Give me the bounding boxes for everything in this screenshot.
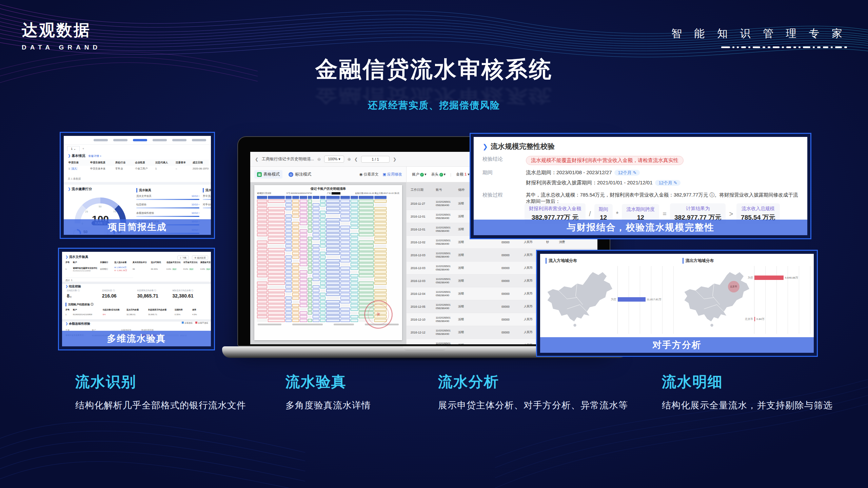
scan-cell bbox=[268, 259, 285, 262]
process-row: 校验过程 其中，流水总收入规模：785.54万元，财报利润表中营业收入金额：38… bbox=[482, 192, 801, 205]
scan-title: 借记卡账户历史明细清单 bbox=[254, 187, 402, 191]
scan-cell bbox=[340, 203, 350, 206]
check-item[interactable]: 流水文件验真10/10 › bbox=[136, 195, 199, 200]
view-original-button[interactable]: ◉ 仅看原文 bbox=[359, 172, 379, 177]
tab-subject-1[interactable]: 1 ⌄ bbox=[67, 146, 80, 151]
operator: > bbox=[729, 210, 733, 218]
check-item[interactable]: 余额连续性校验10/10 › bbox=[136, 211, 199, 217]
morse-dash bbox=[748, 46, 750, 48]
scan-cell bbox=[313, 256, 319, 259]
scan-cell bbox=[326, 215, 340, 218]
legend: 余额连续余额不连续 bbox=[179, 322, 208, 326]
scan-cell bbox=[300, 218, 307, 221]
scan-cell bbox=[374, 259, 387, 262]
scan-cell bbox=[285, 263, 292, 266]
scan-cell bbox=[326, 282, 340, 285]
scan-cell bbox=[313, 311, 319, 314]
apply-changes-button[interactable]: ▣ 应用修改 bbox=[383, 172, 402, 177]
scan-cell bbox=[268, 315, 285, 318]
zoom-level-select[interactable]: 100% ▾ bbox=[324, 156, 344, 163]
feature-title: 流水明细 bbox=[662, 372, 833, 392]
scan-cell bbox=[300, 304, 307, 307]
nav-item-placeholder[interactable] bbox=[192, 139, 206, 141]
scan-cell bbox=[351, 218, 358, 221]
period-row-1: 期间 流水总期间：2023/01/08 - 2023/12/2712个月 ✎ bbox=[482, 169, 801, 176]
amount-filter[interactable]: 金额 1 ▾ bbox=[456, 172, 470, 177]
row-label: 校验过程 bbox=[482, 192, 526, 198]
scan-annotated-row bbox=[257, 215, 399, 218]
nav-item-placeholder[interactable] bbox=[94, 139, 108, 141]
period-pill[interactable]: 12个月 ✎ bbox=[614, 170, 640, 176]
nav-item-placeholder[interactable] bbox=[113, 139, 127, 141]
annotate-mode-icon: ◎ bbox=[289, 172, 293, 177]
scan-cell bbox=[300, 222, 307, 225]
balance-continuity-title: ❯ 余额连续性校验 余额连续余额不连续 bbox=[65, 322, 208, 326]
view-detail-link[interactable]: 查看详情 » bbox=[88, 155, 101, 158]
scan-cell bbox=[320, 222, 326, 225]
scan-cell bbox=[320, 300, 326, 303]
cell-account: 1102026501056286490 bbox=[436, 226, 457, 232]
basic-info-row[interactable]: 1 法人 申贷主体本体 零售业 个体工商户 1 – 2020-06-15T0 bbox=[68, 166, 209, 172]
scan-cell bbox=[320, 308, 326, 311]
table-row[interactable]: 1 诸城市金光蔬菜专业合作社81060020142100858 农商银行 ⊕ 1… bbox=[65, 265, 209, 273]
scan-cell bbox=[340, 248, 350, 251]
scan-cell bbox=[313, 241, 319, 244]
basic-info-section-title: ❯ 基本情况 查看详情 » bbox=[68, 154, 101, 158]
account-filter[interactable]: 账户✓▾ bbox=[412, 172, 427, 177]
scan-cell bbox=[292, 274, 299, 277]
scan-cell bbox=[285, 211, 292, 214]
scan-cell bbox=[340, 274, 350, 277]
header-filter[interactable]: 表头✓▾ bbox=[431, 172, 446, 177]
footer-blur bbox=[258, 324, 281, 325]
scan-cell bbox=[359, 237, 374, 240]
period-pill[interactable]: 12个月 ✎ bbox=[655, 180, 680, 186]
cell: 个体工商户 bbox=[135, 167, 155, 170]
interest-check-title: ❯ 结息校验 bbox=[65, 284, 81, 289]
legend-swatch-red bbox=[195, 322, 197, 324]
scan-cell bbox=[351, 289, 358, 292]
scan-cell bbox=[320, 285, 326, 288]
scan-cell bbox=[320, 289, 326, 292]
scan-cell bbox=[359, 293, 374, 296]
scan-cell bbox=[313, 233, 319, 236]
back-icon[interactable]: ❮ bbox=[255, 157, 258, 162]
analysis-item[interactable]: 对手分析 bbox=[203, 203, 211, 208]
check-item[interactable]: 结息校验10/10 › bbox=[136, 203, 199, 208]
scan-cell bbox=[351, 207, 358, 210]
scan-cell bbox=[268, 203, 285, 206]
page-indicator[interactable]: 1 / 1 bbox=[361, 156, 390, 163]
scan-cell bbox=[374, 215, 387, 218]
scan-cell bbox=[268, 222, 285, 225]
scanned-document-pane: 借记卡账户历史明细清单 诸城支行营业部 卡号:62220211020214747… bbox=[250, 182, 406, 344]
cell: – bbox=[176, 167, 192, 170]
chevron-icon: ❯ bbox=[65, 255, 68, 259]
scan-cell bbox=[268, 293, 285, 296]
inflow-bar bbox=[618, 297, 646, 302]
prev-page-icon[interactable]: ❮ bbox=[354, 157, 358, 162]
scan-cell bbox=[320, 267, 326, 270]
zoom-out-icon[interactable]: ⊖ bbox=[317, 157, 321, 162]
nav-item-placeholder[interactable] bbox=[153, 139, 167, 141]
rule-settings-button[interactable]: ⚙ 规则设置 bbox=[192, 256, 208, 260]
add-tab-button[interactable]: + bbox=[82, 147, 84, 150]
morse-dash bbox=[721, 46, 730, 48]
legend-swatch-blue bbox=[182, 322, 184, 324]
scan-cell bbox=[292, 203, 299, 206]
cell-num: 00000 bbox=[501, 292, 523, 296]
nav-item-active-placeholder[interactable] bbox=[133, 139, 147, 141]
scan-cell bbox=[292, 300, 299, 303]
table-mode-button[interactable]: ▦表格模式 bbox=[254, 170, 282, 179]
scan-cell bbox=[268, 278, 285, 281]
analysis-item[interactable]: 异常流水 bbox=[203, 195, 211, 200]
next-page-icon[interactable]: ❯ bbox=[393, 157, 396, 162]
scan-annotated-row bbox=[257, 270, 399, 273]
nav-item-placeholder[interactable] bbox=[172, 139, 186, 141]
table-row[interactable]: 1810600201421008588/4 32,380.6130,865.71… bbox=[65, 312, 209, 317]
annotate-mode-button[interactable]: ◎标注模式 bbox=[286, 170, 314, 179]
zoom-in-icon[interactable]: ⊕ bbox=[348, 157, 351, 162]
page-title: 金融信贷流水审核系统 bbox=[0, 54, 868, 85]
scan-annotated-row bbox=[257, 203, 399, 206]
scan-cell bbox=[308, 308, 312, 311]
download-button[interactable]: ⇩ 下载 bbox=[177, 256, 189, 260]
col-header: 工作日期 bbox=[411, 188, 435, 192]
